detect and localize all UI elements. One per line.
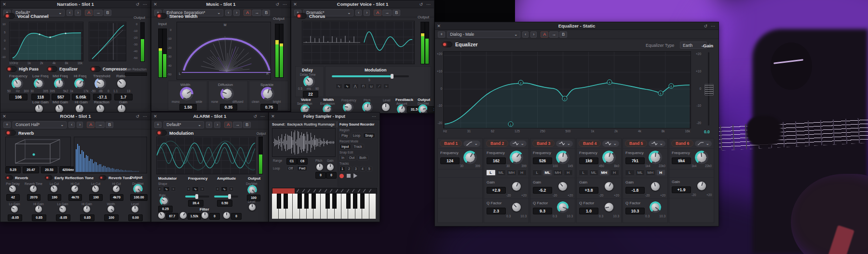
band-3-enable[interactable]: Band 3: [532, 140, 555, 147]
band-4-enable[interactable]: Band 4: [579, 140, 601, 147]
mod-frequency-knob[interactable]: [344, 103, 352, 111]
foley-gain-value[interactable]: 0: [326, 172, 337, 179]
lowgain-knob[interactable]: [35, 105, 43, 113]
amplitude-slider[interactable]: [214, 196, 238, 198]
range-high-button[interactable]: H: [564, 169, 573, 176]
loop-off-button[interactable]: Off: [286, 166, 295, 171]
range-low-button[interactable]: L: [625, 169, 635, 176]
stereo-width-toggle[interactable]: [156, 13, 167, 19]
diffusion-value[interactable]: 0.35: [220, 104, 237, 111]
preset-dropdown[interactable]: Default*⌄: [163, 121, 204, 128]
mod-level-knob[interactable]: [382, 103, 390, 111]
band-1-shape-dropdown[interactable]: ⌄: [463, 141, 480, 147]
history-icon[interactable]: ↺: [275, 2, 279, 7]
width-knob[interactable]: [181, 88, 192, 99]
close-icon[interactable]: ✕: [151, 2, 159, 7]
foley-gain-knob[interactable]: [327, 164, 334, 170]
band-5-gain-value[interactable]: -1.8: [625, 187, 645, 194]
makeup-gain-knob[interactable]: [118, 105, 125, 113]
hp-frequency-knob[interactable]: [13, 79, 22, 88]
ert-hicut-knob[interactable]: [71, 185, 78, 192]
filter-freq1-knob[interactable]: [158, 212, 165, 219]
delay-time-knob[interactable]: [305, 77, 313, 86]
rate-knob[interactable]: [161, 198, 168, 204]
next-preset-button[interactable]: ›: [233, 10, 240, 16]
alarm-level-knob[interactable]: [249, 204, 256, 211]
band-5-frequency-value[interactable]: 7k1: [625, 157, 645, 164]
band-5-frequency-knob[interactable]: [650, 152, 661, 163]
r2-higain2-value[interactable]: 0.85: [80, 214, 95, 221]
next-preset-button[interactable]: ›: [530, 31, 537, 38]
r2-logain2-knob[interactable]: [59, 206, 66, 212]
rt-hicut-value[interactable]: 4k70: [110, 194, 123, 201]
triangle-shape-icon[interactable]: ⋀: [352, 84, 359, 89]
ab-compare-b[interactable]: B: [262, 10, 270, 16]
prev-preset-button[interactable]: ‹: [68, 122, 75, 128]
midgain-knob[interactable]: [55, 105, 63, 113]
range-midlow-button[interactable]: ML: [589, 169, 599, 176]
band-4-gain-value[interactable]: +3.8: [579, 187, 598, 194]
history-icon[interactable]: ↺: [136, 114, 139, 119]
r2-level-value[interactable]: 0.00: [128, 214, 143, 221]
band-5-q-value[interactable]: 10.3: [625, 208, 645, 214]
ratio-knob[interactable]: [117, 79, 126, 88]
filter-level-knob[interactable]: [223, 212, 230, 219]
band-4-q-knob[interactable]: [605, 203, 613, 212]
midfreq-knob[interactable]: [55, 80, 63, 87]
ert-locut-knob[interactable]: [51, 185, 57, 192]
alarm-titlebar[interactable]: ✕ ALARM - Slot 1 ↺⋯: [151, 113, 268, 120]
band-2-gain-value[interactable]: +2.9: [487, 187, 506, 194]
snap-both-button[interactable]: Both: [357, 155, 368, 160]
reverbtime-knob[interactable]: [30, 185, 37, 192]
region-play-button[interactable]: Play: [339, 133, 350, 138]
drywet-value[interactable]: 1: [427, 106, 434, 113]
frequency-slider[interactable]: [185, 196, 209, 198]
separation-knob[interactable]: [302, 106, 309, 113]
band-5-shape-dropdown[interactable]: ⌄: [649, 141, 665, 147]
close-icon[interactable]: ✕: [435, 24, 443, 28]
room-height-value[interactable]: 20.53: [41, 167, 57, 173]
filter-phase-knob[interactable]: [202, 212, 208, 219]
band-6-gain-knob[interactable]: [697, 182, 706, 190]
expansion-knob[interactable]: [324, 106, 331, 113]
range-midhigh-button[interactable]: MH: [646, 169, 655, 176]
band-2-frequency-knob[interactable]: [511, 152, 522, 163]
r2-logain-value[interactable]: -8.05: [8, 214, 22, 221]
eq-curve-graph[interactable]: 1 2 3 4 5 6: [443, 51, 691, 128]
bypass-toggle[interactable]: [4, 13, 15, 19]
add-preset-button[interactable]: +: [154, 122, 162, 128]
sine2-shape-icon[interactable]: ∿: [344, 84, 351, 89]
band-3-gain-value[interactable]: -5.2: [533, 187, 552, 194]
feedback-amount-knob[interactable]: [398, 106, 405, 113]
record-input-button[interactable]: Input: [339, 144, 351, 149]
ab-compare-b[interactable]: B: [104, 10, 111, 16]
pitch-knob[interactable]: [316, 164, 323, 170]
eq-response-graph[interactable]: [9, 22, 83, 61]
menu-icon[interactable]: ⋯: [283, 2, 287, 7]
range-low-button[interactable]: L: [486, 169, 496, 176]
band-5-gain-knob[interactable]: [651, 182, 660, 191]
prev-preset-button[interactable]: ‹: [355, 10, 362, 16]
reverb-sec-toggle[interactable]: [5, 175, 13, 180]
snap-out-button[interactable]: Out: [347, 155, 356, 160]
random-shape-icon[interactable]: ≈: [383, 84, 389, 89]
compressor-transfer-graph[interactable]: [89, 22, 126, 61]
sine-shape-icon[interactable]: ∿: [221, 186, 228, 192]
rt-hicut-knob[interactable]: [113, 185, 120, 192]
eq-titlebar[interactable]: ✕ Equalizer - Static ↺⋯: [435, 22, 719, 30]
next-shape-button[interactable]: ›: [229, 186, 233, 192]
room-width-value[interactable]: 5.25: [5, 167, 21, 173]
diffusion-knob[interactable]: [222, 88, 232, 99]
range-midhigh-button[interactable]: MH: [507, 169, 516, 176]
filter-phase-value[interactable]: 0: [209, 213, 220, 220]
range-midhigh-button[interactable]: MH: [553, 169, 563, 176]
voice-titlebar[interactable]: ✕ Computer Voice - Slot 1 ↺⋯: [291, 0, 434, 8]
ab-compare-b[interactable]: B: [559, 31, 567, 38]
band-4-q-value[interactable]: 1.0: [579, 208, 598, 214]
lowfreq-knob[interactable]: [35, 80, 43, 87]
room-drywet-knob[interactable]: [135, 185, 141, 192]
predelay-knob[interactable]: [9, 185, 16, 192]
band-3-gain-knob[interactable]: [558, 182, 567, 191]
close-icon[interactable]: ✕: [151, 114, 159, 119]
prev-preset-button[interactable]: ‹: [225, 10, 231, 16]
